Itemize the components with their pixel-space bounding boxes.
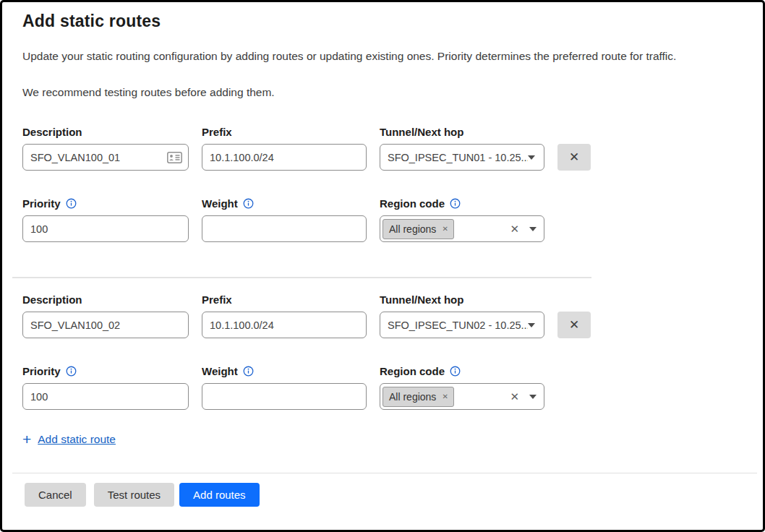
info-icon[interactable] bbox=[243, 198, 254, 209]
route-divider bbox=[12, 277, 591, 278]
prefix-input[interactable] bbox=[202, 312, 367, 338]
route-block-2: Description Prefix Tunnel/Next hop SFO_I… bbox=[22, 293, 763, 410]
page-title: Add static routes bbox=[22, 12, 743, 31]
clear-selection-icon[interactable]: ✕ bbox=[510, 391, 519, 402]
chevron-down-icon bbox=[529, 227, 537, 231]
tunnel-select[interactable]: SFO_IPSEC_TUN02 - 10.25... bbox=[380, 312, 544, 338]
weight-input[interactable] bbox=[202, 215, 367, 242]
add-static-routes-dialog: Add static routes Update your static rou… bbox=[0, 0, 765, 532]
prefix-label: Prefix bbox=[202, 126, 367, 138]
region-tag-label: All regions bbox=[389, 223, 436, 235]
info-icon[interactable] bbox=[66, 366, 77, 377]
footer-actions: Cancel Test routes Add routes bbox=[25, 483, 763, 507]
prefix-input[interactable] bbox=[202, 144, 367, 171]
remove-tag-icon[interactable]: ✕ bbox=[442, 226, 448, 233]
cancel-button[interactable]: Cancel bbox=[25, 483, 86, 507]
description-label: Description bbox=[22, 126, 189, 138]
info-icon[interactable] bbox=[450, 198, 461, 209]
priority-input[interactable] bbox=[22, 215, 189, 242]
footer-divider bbox=[12, 473, 757, 473]
chevron-down-icon bbox=[528, 155, 535, 160]
tunnel-select[interactable]: SFO_IPSEC_TUN01 - 10.25... bbox=[380, 144, 544, 171]
tunnel-selected-value: SFO_IPSEC_TUN01 - 10.25... bbox=[388, 152, 528, 163]
contact-card-icon[interactable] bbox=[167, 152, 182, 163]
chevron-down-icon bbox=[529, 395, 537, 399]
priority-label: Priority bbox=[22, 365, 61, 377]
region-tag-label: All regions bbox=[389, 391, 436, 403]
remove-route-button[interactable]: ✕ bbox=[557, 144, 591, 171]
plus-icon: + bbox=[22, 432, 31, 447]
clear-selection-icon[interactable]: ✕ bbox=[510, 223, 519, 234]
remove-route-button[interactable]: ✕ bbox=[557, 312, 591, 338]
test-routes-button[interactable]: Test routes bbox=[94, 483, 174, 507]
description-input[interactable] bbox=[22, 312, 189, 338]
description-input[interactable] bbox=[22, 144, 189, 171]
region-tag: All regions ✕ bbox=[382, 387, 454, 407]
priority-input[interactable] bbox=[22, 383, 189, 410]
add-routes-button[interactable]: Add routes bbox=[179, 483, 260, 507]
weight-label: Weight bbox=[202, 197, 238, 210]
region-code-multiselect[interactable]: All regions ✕ ✕ bbox=[380, 215, 544, 242]
region-code-label: Region code bbox=[380, 365, 445, 377]
weight-label: Weight bbox=[202, 365, 238, 377]
region-code-multiselect[interactable]: All regions ✕ ✕ bbox=[380, 383, 544, 410]
weight-input[interactable] bbox=[202, 383, 367, 410]
route-block-1: Description bbox=[22, 126, 763, 242]
region-tag: All regions ✕ bbox=[382, 219, 454, 239]
intro-text: Update your static routing configuration… bbox=[22, 49, 743, 64]
region-code-label: Region code bbox=[380, 197, 445, 210]
tunnel-label: Tunnel/Next hop bbox=[380, 126, 544, 138]
info-icon[interactable] bbox=[243, 366, 254, 377]
tunnel-selected-value: SFO_IPSEC_TUN02 - 10.25... bbox=[388, 319, 528, 331]
prefix-label: Prefix bbox=[202, 293, 367, 306]
description-label: Description bbox=[22, 293, 189, 306]
note-text: We recommend testing routes before addin… bbox=[22, 85, 743, 100]
chevron-down-icon bbox=[528, 323, 535, 327]
remove-tag-icon[interactable]: ✕ bbox=[442, 393, 448, 400]
info-icon[interactable] bbox=[66, 198, 77, 209]
priority-label: Priority bbox=[22, 197, 61, 210]
add-static-route-link[interactable]: Add static route bbox=[38, 433, 116, 446]
info-icon[interactable] bbox=[450, 366, 461, 377]
tunnel-label: Tunnel/Next hop bbox=[380, 293, 544, 306]
